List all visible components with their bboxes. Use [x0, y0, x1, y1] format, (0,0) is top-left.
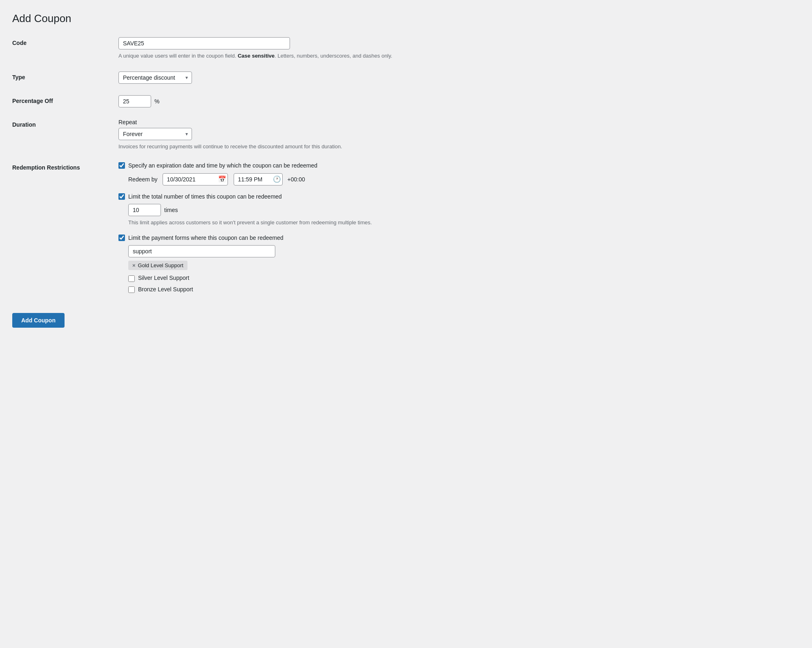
limit-checkbox-row: Limit the total number of times this cou… [118, 193, 400, 201]
tag-remove-gold[interactable]: × [132, 263, 136, 268]
times-label: times [164, 207, 178, 213]
payment-forms-checkbox-list: Silver Level Support Bronze Level Suppor… [128, 274, 400, 293]
payment-forms-checkbox-label: Limit the payment forms where this coupo… [128, 234, 283, 242]
code-help-suffix: . Letters, numbers, underscores, and das… [274, 53, 392, 59]
limit-times-input[interactable] [128, 204, 161, 216]
redemption-restrictions-row: Redemption Restrictions Specify an expir… [12, 162, 400, 293]
payment-forms-search-input[interactable] [128, 245, 275, 257]
payment-forms-search-wrapper [128, 245, 400, 257]
expiry-checkbox-label: Specify an expiration date and time by w… [128, 162, 317, 170]
code-input[interactable] [118, 37, 290, 49]
expiry-checkbox[interactable] [118, 162, 125, 169]
type-select-wrapper: Percentage discount Flat amount discount… [118, 72, 192, 84]
code-row: Code A unique value users will enter in … [12, 37, 400, 60]
timezone-text: +00:00 [288, 176, 305, 183]
payment-forms-section: Limit the payment forms where this coupo… [118, 234, 400, 294]
code-help-normal: A unique value users will enter in the c… [118, 53, 238, 59]
add-coupon-button[interactable]: Add Coupon [12, 313, 65, 328]
times-row: times [128, 204, 400, 216]
code-label: Code [12, 37, 118, 46]
expiry-checkbox-row: Specify an expiration date and time by w… [118, 162, 400, 170]
redeem-by-label: Redeem by [128, 176, 158, 183]
type-row: Type Percentage discount Flat amount dis… [12, 72, 400, 84]
percentage-off-label: Percentage Off [12, 95, 118, 104]
code-help-bold: Case sensitive [238, 53, 274, 59]
repeat-label: Repeat [118, 119, 400, 125]
redeem-date-input[interactable] [163, 173, 228, 185]
add-coupon-form: Add Coupon Code A unique value users wil… [12, 12, 400, 328]
bronze-level-support-checkbox[interactable] [128, 286, 135, 293]
duration-select-wrapper: Forever Once Repeating ▾ [118, 128, 192, 140]
percentage-off-row: Percentage Off % [12, 95, 400, 107]
payment-forms-checkbox-row: Limit the payment forms where this coupo… [118, 234, 400, 242]
silver-level-support-label: Silver Level Support [138, 274, 189, 282]
duration-select[interactable]: Forever Once Repeating [118, 128, 192, 140]
percentage-off-field: % [118, 95, 400, 107]
percentage-off-input[interactable] [118, 95, 151, 107]
type-select[interactable]: Percentage discount Flat amount discount [118, 72, 192, 84]
duration-row: Duration Repeat Forever Once Repeating ▾… [12, 119, 400, 151]
duration-field: Repeat Forever Once Repeating ▾ Invoices… [118, 119, 400, 151]
limit-checkbox-section: Limit the total number of times this cou… [118, 193, 400, 227]
bronze-level-support-item: Bronze Level Support [128, 286, 400, 294]
type-field: Percentage discount Flat amount discount… [118, 72, 400, 84]
limit-help-text: This limit applies across customers so i… [128, 219, 400, 227]
redemption-restrictions-field: Specify an expiration date and time by w… [118, 162, 400, 293]
expiry-checkbox-section: Specify an expiration date and time by w… [118, 162, 400, 185]
type-label: Type [12, 72, 118, 80]
redeem-by-row: Redeem by 📅 🕐 +00:00 [128, 173, 400, 185]
limit-checkbox-label: Limit the total number of times this cou… [128, 193, 282, 201]
tag-gold-level-support: × Gold Level Support [128, 261, 187, 270]
limit-checkbox[interactable] [118, 193, 125, 200]
code-field: A unique value users will enter in the c… [118, 37, 400, 60]
page-title: Add Coupon [12, 12, 400, 25]
silver-level-support-item: Silver Level Support [128, 274, 400, 282]
percentage-input-row: % [118, 95, 400, 107]
tag-label-gold: Gold Level Support [138, 262, 183, 268]
duration-label: Duration [12, 119, 118, 128]
redeem-time-input[interactable] [234, 173, 283, 185]
code-help-text: A unique value users will enter in the c… [118, 52, 400, 60]
duration-help-text: Invoices for recurring payments will con… [118, 143, 400, 151]
percentage-symbol: % [154, 98, 159, 105]
redemption-restrictions-label: Redemption Restrictions [12, 162, 118, 171]
payment-forms-checkbox[interactable] [118, 235, 125, 241]
bronze-level-support-label: Bronze Level Support [138, 286, 193, 294]
silver-level-support-checkbox[interactable] [128, 275, 135, 282]
selected-tags-container: × Gold Level Support [128, 261, 400, 270]
